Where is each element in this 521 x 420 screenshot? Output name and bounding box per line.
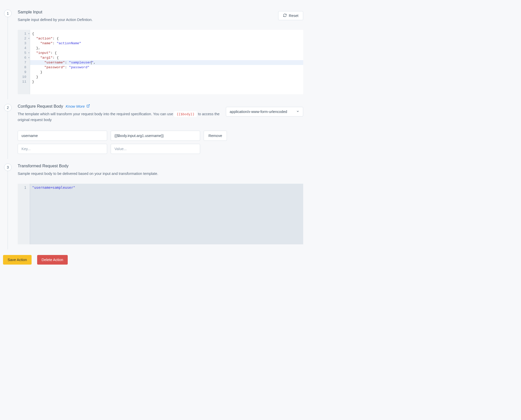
step1-subtitle: Sample input defined by your Action Defi…	[18, 17, 93, 23]
code-line[interactable]: "password": "password"	[30, 65, 303, 70]
step-configure-body: 2 Configure Request Body Know More	[3, 99, 303, 154]
transformed-output-editor: 1 "username=sampleuser"	[18, 184, 303, 244]
code-line[interactable]: "name": "actionName"	[30, 41, 303, 46]
reset-button[interactable]: Reset	[278, 11, 303, 20]
kv-key-input[interactable]	[18, 144, 107, 154]
external-link-icon	[86, 104, 90, 108]
code-line[interactable]: "arg1": {	[30, 55, 303, 60]
kv-row-empty	[18, 144, 303, 154]
gutter-line: 8	[18, 65, 30, 70]
gutter-line: 2	[18, 36, 30, 41]
code-line[interactable]: "username": "sampleuser",	[30, 60, 303, 65]
content-type-select[interactable]: application/x-www-form-urlencoded	[226, 107, 303, 116]
know-more-link[interactable]: Know More	[66, 104, 90, 108]
step2-title: Configure Request Body	[18, 104, 63, 109]
gutter-line: 6	[18, 55, 30, 60]
gutter-line: 9	[18, 70, 30, 75]
gutter-line: 1	[18, 31, 30, 36]
step1-title: Sample Input	[18, 10, 42, 14]
svg-line-0	[88, 105, 89, 106]
gutter-line: 7	[18, 60, 30, 65]
chevron-down-icon	[296, 110, 299, 114]
step-transformed-body: 3 Transformed Request Body Sample reques…	[3, 159, 303, 244]
step-number-1: 1	[4, 10, 12, 17]
step3-subtitle: Sample request body to be delivered base…	[18, 171, 303, 177]
kv-value-input[interactable]	[111, 131, 200, 141]
code-line[interactable]: }	[30, 75, 303, 79]
body-var-code: {{$body}}	[174, 111, 197, 117]
step2-subtitle: The template which will transform your r…	[18, 111, 222, 123]
gutter-line: 10	[18, 75, 30, 79]
kv-value-input[interactable]	[111, 144, 200, 154]
step-number-2: 2	[4, 104, 12, 111]
gutter-line: 3	[18, 41, 30, 46]
gutter-line: 4	[18, 46, 30, 51]
code-line[interactable]: "action": {	[30, 36, 303, 41]
remove-row-button[interactable]: Remove	[204, 131, 227, 141]
code-line[interactable]: }	[30, 70, 303, 75]
sample-input-editor[interactable]: 1234567891011 { "action": { "name": "act…	[18, 30, 303, 94]
reset-label: Reset	[289, 14, 298, 18]
output-text: "username=sampleuser"	[32, 185, 75, 190]
delete-action-button[interactable]: Delete Action	[37, 255, 68, 265]
output-line-number: 1	[18, 185, 30, 190]
step-sample-input: 1 Sample Input Sample input defined by y…	[3, 5, 303, 94]
know-more-label: Know More	[66, 104, 85, 108]
code-line[interactable]: },	[30, 46, 303, 51]
code-line[interactable]: "input": {	[30, 51, 303, 55]
refresh-icon	[283, 13, 287, 18]
gutter-line: 11	[18, 79, 30, 84]
save-action-button[interactable]: Save Action	[3, 255, 32, 265]
content-type-value: application/x-www-form-urlencoded	[230, 110, 287, 114]
footer-actions: Save Action Delete Action	[3, 255, 303, 265]
step3-title: Transformed Request Body	[18, 164, 68, 168]
step-number-3: 3	[4, 164, 12, 171]
code-line[interactable]: {	[30, 31, 303, 36]
kv-row: Remove	[18, 131, 303, 141]
gutter-line: 5	[18, 51, 30, 55]
code-line[interactable]: }	[30, 79, 303, 84]
kv-key-input[interactable]	[18, 131, 107, 141]
